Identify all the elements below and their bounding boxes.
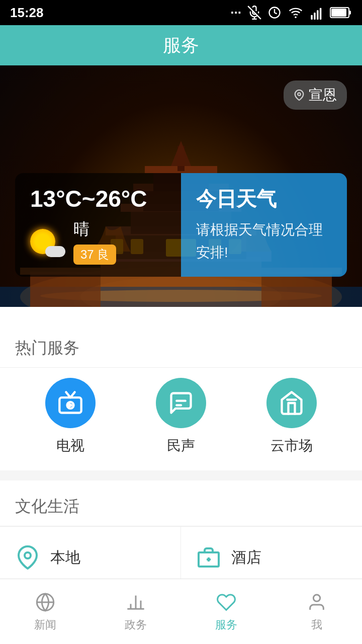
- weather-banner: 宣恩 13°C~26°C 晴 37 良 今日天气 请根据天: [0, 65, 362, 307]
- aqi-badge: 37 良: [73, 245, 116, 265]
- hotel-label: 酒店: [231, 547, 261, 568]
- voice-icon: [168, 390, 194, 416]
- globe-icon: [33, 591, 58, 613]
- nav-gov-label: 政务: [125, 617, 147, 632]
- local-icon: [15, 545, 40, 570]
- weather-right-panel: 今日天气 请根据天气情况合理安排!: [181, 173, 347, 277]
- weather-sun-icon: [30, 224, 65, 259]
- nav-me-label: 我: [311, 617, 322, 632]
- tv-label: 电视: [56, 436, 84, 455]
- app-header: 服务: [0, 25, 362, 65]
- svg-point-55: [313, 595, 320, 601]
- aqi-label: 良: [97, 248, 109, 261]
- condition-row: 晴 37 良: [30, 218, 166, 265]
- svg-marker-25: [171, 141, 191, 166]
- signal-icon: [310, 6, 324, 20]
- hot-services-title: 热门服务: [0, 322, 362, 368]
- weather-condition: 晴: [73, 218, 116, 240]
- culture-life-title: 文化生活: [0, 480, 362, 526]
- bar-chart-icon: [123, 591, 148, 613]
- header-title: 服务: [163, 33, 199, 58]
- local-label: 本地: [50, 547, 80, 568]
- location-pin-icon: [294, 90, 305, 101]
- tv-icon: [57, 390, 83, 416]
- bottom-nav: 新闻 政务 服务 我: [0, 579, 362, 644]
- services-grid: 电视 民声 云市场: [0, 368, 362, 460]
- status-time: 15:28: [10, 5, 44, 21]
- nav-item-service[interactable]: 服务: [181, 579, 272, 644]
- nav-item-gov[interactable]: 政务: [90, 579, 181, 644]
- svg-rect-7: [317, 10, 319, 20]
- svg-rect-10: [331, 9, 346, 17]
- tv-icon-circle: [45, 378, 96, 428]
- svg-rect-11: [349, 11, 351, 15]
- nav-news-label: 新闻: [34, 617, 56, 632]
- svg-rect-35: [261, 272, 332, 307]
- status-bar: 15:28 ···: [0, 0, 362, 25]
- service-item-market[interactable]: 云市场: [246, 378, 337, 455]
- voice-icon-circle: [156, 378, 206, 428]
- nav-service-label: 服务: [215, 617, 237, 632]
- svg-rect-5: [311, 15, 313, 20]
- user-icon: [304, 591, 329, 613]
- service-item-voice[interactable]: 民声: [136, 378, 226, 455]
- svg-rect-33: [30, 272, 101, 307]
- svg-rect-6: [314, 13, 316, 20]
- hot-services-section: 热门服务 电视 民声: [0, 307, 362, 470]
- svg-rect-8: [320, 8, 322, 20]
- nav-item-news[interactable]: 新闻: [0, 579, 90, 644]
- wifi-icon: [288, 6, 304, 20]
- svg-marker-40: [69, 404, 71, 406]
- status-icons: ···: [230, 5, 352, 21]
- service-item-tv[interactable]: 电视: [25, 378, 116, 455]
- market-icon: [279, 390, 305, 416]
- svg-point-44: [25, 552, 31, 558]
- weather-left-panel: 13°C~26°C 晴 37 良: [15, 173, 181, 277]
- hotel-icon: [196, 545, 221, 570]
- nav-item-me[interactable]: 我: [272, 579, 362, 644]
- svg-point-37: [298, 93, 301, 96]
- today-title: 今日天气: [196, 185, 332, 213]
- mute-icon: [247, 6, 261, 20]
- signal-dots-icon: ···: [230, 5, 241, 21]
- market-label: 云市场: [270, 436, 313, 455]
- temperature-range: 13°C~26°C: [30, 185, 166, 212]
- today-description: 请根据天气情况合理安排!: [196, 219, 332, 264]
- voice-label: 民声: [167, 436, 195, 455]
- location-name: 宣恩: [309, 86, 337, 105]
- market-icon-circle: [266, 378, 317, 428]
- aqi-value: 37: [80, 248, 94, 261]
- weather-info: 13°C~26°C 晴 37 良 今日天气 请根据天气情况合理安排!: [15, 173, 347, 277]
- location-badge: 宣恩: [284, 80, 347, 110]
- alarm-icon: [267, 6, 282, 20]
- battery-icon: [330, 6, 352, 19]
- heart-icon: [214, 591, 239, 613]
